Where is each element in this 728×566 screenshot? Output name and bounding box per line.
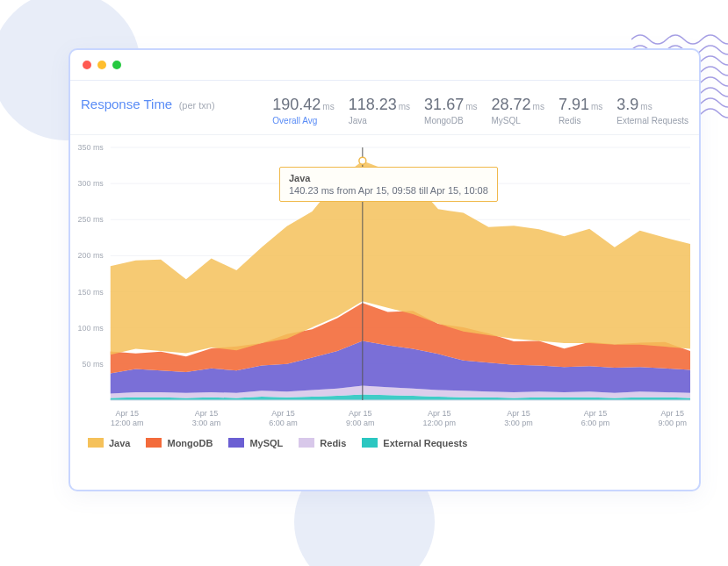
- swatch-java: [88, 438, 104, 448]
- swatch-redis: [299, 438, 314, 448]
- window-titlebar: [70, 50, 699, 81]
- metrics-row: 190.42ms Overall Avg 118.23ms Java 31.67…: [272, 97, 688, 125]
- tooltip-text: 140.23 ms from Apr 15, 09:58 till Apr 15…: [289, 185, 488, 196]
- x-tick: Apr 153:00 pm: [504, 409, 533, 429]
- x-tick: Apr 1512:00 pm: [423, 409, 457, 429]
- metric-overall-avg: 190.42ms Overall Avg: [272, 97, 334, 125]
- legend-mongodb[interactable]: MongoDB: [146, 438, 213, 448]
- x-axis-labels: Apr 1512:00 am Apr 153:00 am Apr 156:00 …: [70, 409, 699, 429]
- x-tick: Apr 153:00 am: [192, 409, 221, 429]
- minimize-icon[interactable]: [97, 61, 106, 69]
- svg-text:50 ms: 50 ms: [82, 360, 104, 369]
- legend-mysql[interactable]: MySQL: [228, 438, 283, 448]
- x-tick: Apr 159:00 am: [346, 409, 375, 429]
- metrics-header: Response Time (per txn) 190.42ms Overall…: [70, 81, 699, 135]
- tooltip-series: Java: [289, 173, 488, 183]
- title-subtitle: (per txn): [179, 100, 215, 111]
- chart-legend: Java MongoDB MySQL Redis External Reques…: [70, 429, 699, 448]
- svg-text:200 ms: 200 ms: [77, 251, 104, 260]
- swatch-mongodb: [146, 438, 162, 448]
- legend-redis[interactable]: Redis: [299, 438, 346, 448]
- swatch-external: [362, 438, 378, 448]
- x-tick: Apr 156:00 am: [269, 409, 298, 429]
- title-text: Response Time: [81, 97, 172, 111]
- maximize-icon[interactable]: [112, 61, 121, 69]
- app-window: Response Time (per txn) 190.42ms Overall…: [68, 48, 701, 491]
- x-tick: Apr 159:00 pm: [658, 409, 687, 429]
- chart-tooltip: Java 140.23 ms from Apr 15, 09:58 till A…: [279, 167, 498, 202]
- svg-text:150 ms: 150 ms: [77, 288, 104, 297]
- x-tick: Apr 1512:00 am: [111, 409, 144, 429]
- svg-text:300 ms: 300 ms: [77, 179, 104, 188]
- metric-mysql: 28.72ms MySQL: [492, 97, 544, 125]
- swatch-mysql: [228, 438, 244, 448]
- metric-mongodb: 31.67ms MongoDB: [424, 97, 477, 125]
- page-title: Response Time (per txn): [81, 97, 215, 112]
- svg-text:100 ms: 100 ms: [77, 324, 104, 333]
- metric-java: 118.23ms Java: [349, 97, 410, 125]
- metric-external: 3.9ms External Requests: [616, 97, 688, 125]
- x-tick: Apr 156:00 pm: [581, 409, 610, 429]
- close-icon[interactable]: [83, 61, 91, 69]
- chart-area[interactable]: 350 ms300 ms250 ms200 ms150 ms100 ms50 m…: [70, 135, 699, 405]
- svg-text:350 ms: 350 ms: [77, 143, 104, 152]
- metric-redis: 7.91ms Redis: [559, 97, 602, 125]
- legend-external[interactable]: External Requests: [362, 438, 467, 448]
- legend-java[interactable]: Java: [88, 438, 130, 448]
- svg-text:250 ms: 250 ms: [77, 215, 104, 224]
- svg-point-16: [359, 157, 366, 164]
